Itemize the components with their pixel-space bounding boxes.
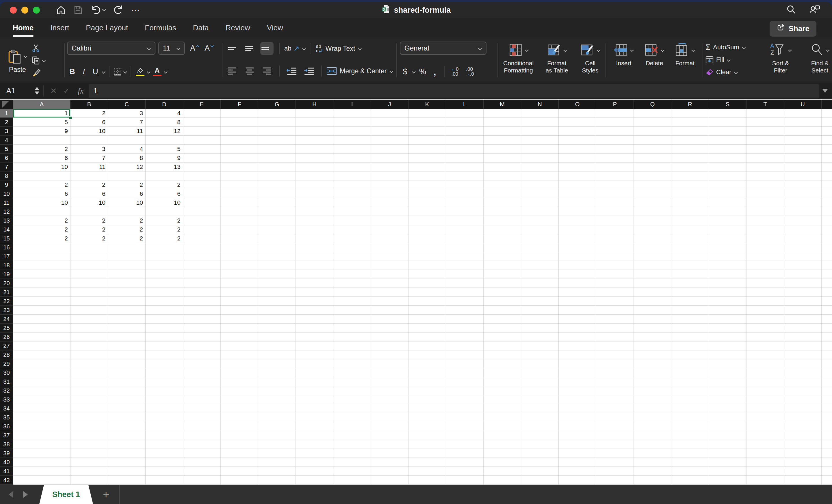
cell-G28[interactable] [258, 351, 296, 359]
cell-P1[interactable] [596, 109, 634, 118]
cell-N39[interactable] [521, 449, 559, 458]
cell-I40[interactable] [333, 458, 371, 467]
cell-C10[interactable]: 6 [108, 189, 146, 198]
cell-A34[interactable] [13, 404, 71, 413]
cut-button[interactable] [31, 42, 46, 54]
cell-N11[interactable] [521, 198, 559, 207]
cell-L21[interactable] [446, 288, 484, 297]
cell-B23[interactable] [71, 306, 108, 315]
cell-C33[interactable] [108, 395, 146, 404]
cell-partial-35[interactable] [822, 413, 832, 422]
cell-R24[interactable] [671, 315, 709, 324]
cell-C6[interactable]: 8 [108, 153, 146, 163]
underline-button[interactable]: U [90, 65, 101, 78]
cell-K7[interactable] [409, 163, 446, 171]
row-header-18[interactable]: 18 [0, 261, 13, 270]
cell-E23[interactable] [183, 306, 221, 315]
cell-P13[interactable] [596, 216, 634, 225]
cell-K36[interactable] [409, 422, 446, 431]
cell-A26[interactable] [13, 333, 71, 341]
cell-B1[interactable]: 2 [71, 109, 108, 118]
cell-I6[interactable] [333, 153, 371, 163]
cell-N19[interactable] [521, 270, 559, 279]
cell-S29[interactable] [709, 359, 747, 368]
fill-color-chevron-icon[interactable] [147, 70, 151, 74]
cell-partial-20[interactable] [822, 279, 832, 288]
cell-H42[interactable] [296, 476, 333, 485]
cell-Q10[interactable] [634, 189, 671, 198]
row-header-11[interactable]: 11 [0, 198, 13, 207]
cell-T42[interactable] [747, 476, 784, 485]
cell-C7[interactable]: 12 [108, 163, 146, 171]
cell-B27[interactable] [71, 341, 108, 351]
cell-B7[interactable]: 11 [71, 163, 108, 171]
cell-P20[interactable] [596, 279, 634, 288]
cell-B33[interactable] [71, 395, 108, 404]
cell-C25[interactable] [108, 324, 146, 333]
cell-S25[interactable] [709, 324, 747, 333]
cell-N23[interactable] [521, 306, 559, 315]
cell-B6[interactable]: 7 [71, 153, 108, 163]
cell-Q15[interactable] [634, 234, 671, 243]
cell-F19[interactable] [221, 270, 258, 279]
cell-J11[interactable] [371, 198, 409, 207]
cell-S3[interactable] [709, 127, 747, 136]
cell-G16[interactable] [258, 243, 296, 252]
col-header-A[interactable]: A [13, 100, 71, 109]
cell-F32[interactable] [221, 386, 258, 395]
cell-L32[interactable] [446, 386, 484, 395]
cell-Q32[interactable] [634, 386, 671, 395]
cell-P10[interactable] [596, 189, 634, 198]
cell-I15[interactable] [333, 234, 371, 243]
cell-Q6[interactable] [634, 153, 671, 163]
cell-L15[interactable] [446, 234, 484, 243]
cell-partial-11[interactable] [822, 198, 832, 207]
cell-C3[interactable]: 11 [108, 127, 146, 136]
cell-K14[interactable] [409, 225, 446, 234]
row-header-5[interactable]: 5 [0, 145, 13, 153]
cell-D21[interactable] [146, 288, 183, 297]
cell-O37[interactable] [559, 431, 596, 440]
cell-N30[interactable] [521, 368, 559, 377]
cell-E40[interactable] [183, 458, 221, 467]
cell-M15[interactable] [484, 234, 521, 243]
cell-G39[interactable] [258, 449, 296, 458]
cell-F20[interactable] [221, 279, 258, 288]
cell-Q11[interactable] [634, 198, 671, 207]
row-header-42[interactable]: 42 [0, 476, 13, 485]
cell-C42[interactable] [108, 476, 146, 485]
cell-Q27[interactable] [634, 341, 671, 351]
row-header-40[interactable]: 40 [0, 458, 13, 467]
cell-E39[interactable] [183, 449, 221, 458]
cell-O41[interactable] [559, 467, 596, 476]
cell-H14[interactable] [296, 225, 333, 234]
cell-O3[interactable] [559, 127, 596, 136]
cell-J32[interactable] [371, 386, 409, 395]
cell-R29[interactable] [671, 359, 709, 368]
cell-I9[interactable] [333, 180, 371, 189]
cell-T3[interactable] [747, 127, 784, 136]
cell-I1[interactable] [333, 109, 371, 118]
cell-R10[interactable] [671, 189, 709, 198]
cell-H41[interactable] [296, 467, 333, 476]
cell-H28[interactable] [296, 351, 333, 359]
cell-Q8[interactable] [634, 171, 671, 180]
cell-N3[interactable] [521, 127, 559, 136]
cell-R21[interactable] [671, 288, 709, 297]
cell-N12[interactable] [521, 207, 559, 216]
cell-L25[interactable] [446, 324, 484, 333]
cell-G31[interactable] [258, 377, 296, 386]
cell-P17[interactable] [596, 252, 634, 261]
cell-H29[interactable] [296, 359, 333, 368]
cell-U4[interactable] [784, 136, 822, 145]
cell-J15[interactable] [371, 234, 409, 243]
cell-I2[interactable] [333, 118, 371, 127]
cell-Q1[interactable] [634, 109, 671, 118]
row-header-28[interactable]: 28 [0, 351, 13, 359]
cell-F1[interactable] [221, 109, 258, 118]
cell-C16[interactable] [108, 243, 146, 252]
cell-T7[interactable] [747, 163, 784, 171]
cell-R6[interactable] [671, 153, 709, 163]
cell-G30[interactable] [258, 368, 296, 377]
cell-N2[interactable] [521, 118, 559, 127]
